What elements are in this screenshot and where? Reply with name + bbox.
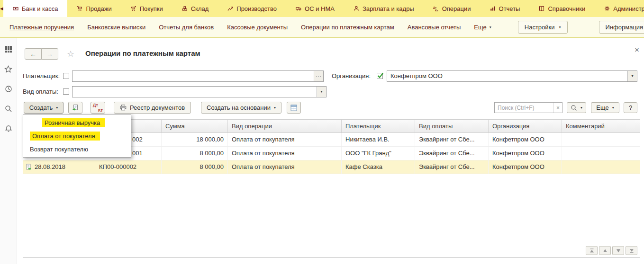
list-settings-button[interactable] [287,102,301,114]
purchases-icon [131,6,136,11]
tab-label: Покупки [140,5,163,12]
scroll-top-button[interactable] [586,246,598,255]
payer-filter-checkbox[interactable] [63,73,69,79]
organization-combo[interactable]: Конфетпром ООО ▾ [387,70,637,82]
column-header-sum[interactable]: Сумма [162,120,228,132]
payment-type-dropdown-button[interactable]: ▾ [317,87,326,97]
nav-bank-statements[interactable]: Банковские выписки [87,24,145,31]
copy-button[interactable] [68,102,82,114]
clear-search-icon[interactable]: × [553,103,562,113]
settings-button[interactable]: Настройки ▾ [518,21,568,34]
table-row-selected[interactable]: 28.08.2018 КП00-000002 8 000,00 Оплата о… [23,160,640,174]
advanced-search-button[interactable]: ▾ [567,102,586,113]
cell-operation: Оплата от покупателя [228,133,342,146]
menu-item-label: Розничная выручка [42,118,105,127]
scroll-bottom-button[interactable] [626,246,637,255]
related-documents-icon [290,105,297,111]
payer-choose-button[interactable]: ... [314,71,323,81]
cell-organization: Конфетпром ООО [489,160,562,174]
tab-directories[interactable]: Справочники [529,0,595,17]
main-menu-bar: ◀ Банк и касса Продажи Покупки Склад Про… [0,0,644,17]
nav-cash-documents[interactable]: Кассовые документы [227,24,288,31]
menu-scroll-left-icon[interactable]: ◀ [0,0,3,17]
menu-item-label: Оплата от покупателя [30,132,100,141]
search-field[interactable]: × [494,102,562,113]
search-input[interactable] [495,103,553,113]
tab-label: Зарплата и кадры [363,5,414,12]
svg-text:Кт: Кт [435,9,438,12]
favorites-button[interactable] [4,64,13,74]
column-header-organization[interactable]: Организация [489,120,562,132]
back-button[interactable]: ← [25,48,42,60]
scroll-bottom-icon [629,248,634,253]
tab-warehouse[interactable]: Склад [172,0,218,17]
tab-sales[interactable]: Продажи [67,0,121,17]
payment-type-filter-checkbox[interactable] [63,88,69,95]
tab-label: Администрирование [613,5,644,12]
menu-item-refund-to-buyer[interactable]: Возврат покупателю [23,142,131,156]
history-clock-icon [5,85,12,93]
organization-filter-checkbox[interactable] [377,73,383,79]
bank-cash-icon [13,6,18,11]
menu-item-label: Возврат покупателю [30,146,88,153]
reports-icon [490,6,496,11]
nav-advance-reports[interactable]: Авансовые отчеты [408,24,461,31]
chevron-down-icon: ▾ [320,90,322,94]
production-icon [227,6,233,11]
column-header-operation[interactable]: Вид операции [228,120,342,132]
main-menu-button[interactable] [4,44,13,54]
create-based-on-label: Создать на основании [207,104,271,111]
payer-filter-field[interactable]: ... [72,70,324,82]
page-up-button[interactable] [599,246,611,255]
help-button[interactable]: ? [624,102,637,113]
nav-bank-reports[interactable]: Отчеты для банков [159,24,214,31]
tab-label: ОС и НМА [305,5,335,12]
tab-label: Отчеты [499,5,520,12]
history-button[interactable] [4,84,13,94]
information-button[interactable]: Информация ▾ [599,21,644,34]
forward-button[interactable]: → [41,48,58,60]
checkmark-icon [377,72,384,79]
create-based-on-button[interactable]: Создать на основании ▾ [201,102,281,114]
cell-sum: 8 000,00 [162,147,228,160]
payer-input[interactable] [73,71,314,81]
document-register-button[interactable]: Реестр документов [114,102,191,114]
nav-card-operations[interactable]: Операции по платежным картам [301,24,394,31]
payment-type-filter-label: Вид оплаты: [23,88,58,95]
page-down-button[interactable] [612,246,624,255]
nav-payment-orders[interactable]: Платежные поручения [9,24,74,31]
credit-label: Кт [98,108,103,113]
search-button[interactable] [4,104,13,114]
add-favorite-star-icon[interactable]: ☆ [67,49,74,59]
column-header-payer[interactable]: Плательщик [342,120,415,132]
tab-production[interactable]: Производство [218,0,286,17]
nav-more-button[interactable]: Еще ▾ [474,24,491,31]
tab-operations[interactable]: ДтКт Операции [424,0,481,17]
column-header-payment-type[interactable]: Вид оплаты [415,120,489,132]
cell-comment [562,147,640,160]
show-postings-button[interactable]: Дт Кт [91,102,105,114]
close-page-icon[interactable]: × [635,45,639,55]
cell-organization: Конфетпром ООО [489,147,562,160]
create-button[interactable]: Создать ▾ [24,102,63,114]
menu-item-payment-from-buyer[interactable]: Оплата от покупателя [23,129,131,142]
notifications-button[interactable] [4,124,13,133]
tab-administration[interactable]: Администрирование [595,0,644,17]
cell-sum: 18 000,00 [162,133,228,146]
tab-salary-hr[interactable]: Зарплата и кадры [344,0,424,17]
tab-purchases[interactable]: Покупки [121,0,172,17]
organization-dropdown-button[interactable]: ▾ [627,71,637,81]
menu-item-retail-revenue[interactable]: Розничная выручка [23,116,131,129]
cell-sum: 8 000,00 [162,160,228,174]
tab-bank-cash[interactable]: Банк и касса [3,0,68,17]
cell-payment-type: Эквайринг от Сбе... [415,160,489,174]
payment-type-combo[interactable]: ▾ [72,86,327,97]
tab-fixed-assets[interactable]: ОС и НМА [286,0,344,17]
printer-icon [120,105,127,111]
tab-reports[interactable]: Отчеты [481,0,530,17]
list-more-button[interactable]: Еще ▾ [591,102,619,113]
information-label: Информация [606,24,644,31]
tab-label: Производство [236,5,277,12]
chevron-down-icon: ▾ [612,106,614,110]
column-header-comment[interactable]: Комментарий [562,120,640,132]
